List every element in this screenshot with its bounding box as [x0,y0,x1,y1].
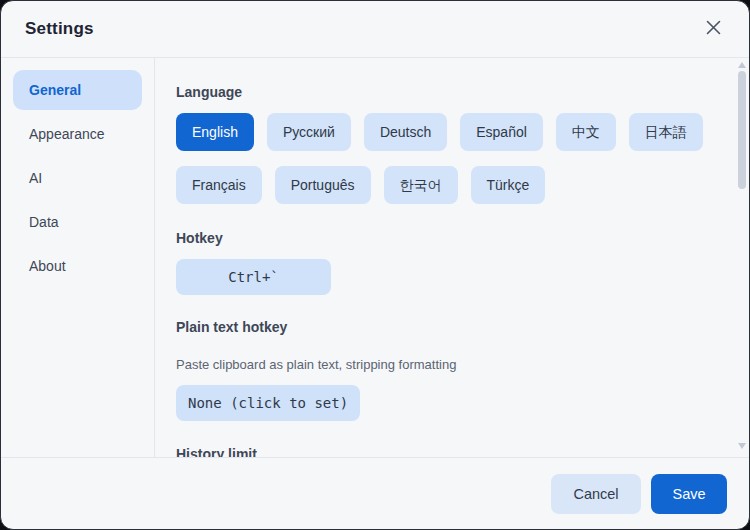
language-option-label: Français [192,177,246,193]
content-panel: Language English Русский Deutsch Español… [155,58,749,457]
language-options: English Русский Deutsch Español 中文 日本語 F… [176,113,716,204]
chevron-down-icon[interactable] [738,443,746,449]
sidebar-item[interactable]: About [13,246,142,286]
chevron-up-icon[interactable] [738,62,746,68]
language-option-button[interactable]: Deutsch [364,113,447,151]
plain-text-hotkey-button[interactable]: None (click to set) [176,385,360,421]
plain-text-hotkey-description: Paste clipboard as plain text, stripping… [176,357,719,372]
language-option-button[interactable]: Türkçe [471,166,546,204]
language-option-label: Русский [283,124,335,140]
scrollbar[interactable] [737,58,747,457]
sidebar-item-label: Data [29,214,59,230]
language-option-label: Português [291,177,355,193]
close-button[interactable] [699,15,727,43]
close-icon [706,20,721,38]
cancel-button[interactable]: Cancel [551,474,641,514]
sidebar-item[interactable]: Appearance [13,114,142,154]
language-option-button[interactable]: English [176,113,254,151]
language-option-button[interactable]: Русский [267,113,351,151]
language-option-button[interactable]: 中文 [556,113,616,151]
sidebar-item[interactable]: General [13,70,142,110]
language-option-button[interactable]: 한국어 [384,166,458,204]
dialog-title: Settings [25,19,94,39]
language-option-button[interactable]: 日本語 [629,113,703,151]
language-option-label: English [192,124,238,140]
sidebar-item-label: AI [29,170,42,186]
sidebar-item[interactable]: AI [13,158,142,198]
language-option-label: Deutsch [380,124,431,140]
language-option-button[interactable]: Français [176,166,262,204]
sidebar-item[interactable]: Data [13,202,142,242]
history-limit-label: History limit [176,446,719,457]
dialog-footer: Cancel Save [1,457,749,529]
sidebar-item-label: General [29,82,81,98]
language-option-label: 한국어 [400,177,442,193]
content-scroll-area: Language English Русский Deutsch Español… [155,58,749,457]
save-button[interactable]: Save [651,474,727,514]
language-section-label: Language [176,84,719,101]
language-option-button[interactable]: Español [460,113,543,151]
dialog-header: Settings [1,1,749,58]
hotkey-button[interactable]: Ctrl+` [176,259,331,295]
plain-text-hotkey-label: Plain text hotkey [176,319,719,336]
settings-dialog: Settings General Appearance AI Data Abou… [0,0,750,530]
hotkey-section-label: Hotkey [176,230,719,247]
sidebar: General Appearance AI Data About [1,58,155,457]
language-option-label: 日本語 [645,124,687,140]
language-option-button[interactable]: Português [275,166,371,204]
language-option-label: 中文 [572,124,600,140]
scrollbar-thumb[interactable] [738,71,746,189]
language-option-label: Türkçe [487,177,530,193]
sidebar-item-label: Appearance [29,126,105,142]
sidebar-item-label: About [29,258,66,274]
language-option-label: Español [476,124,527,140]
dialog-body: General Appearance AI Data About Languag… [1,58,749,457]
